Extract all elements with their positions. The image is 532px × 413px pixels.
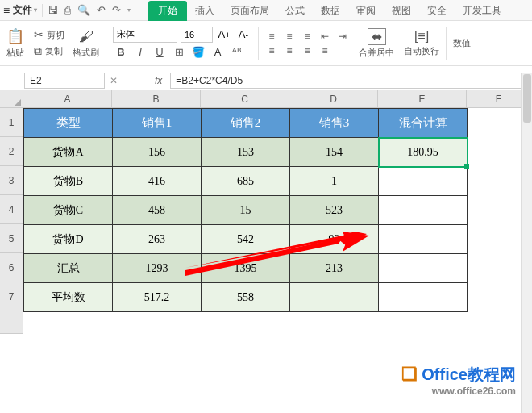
table-header-cell[interactable]: 销售2 [202,109,290,138]
table-cell[interactable]: 542 [202,225,290,254]
tab-home[interactable]: 开始 [148,1,187,21]
number-format-button[interactable]: 数值 [453,37,471,49]
tab-view[interactable]: 视图 [384,1,419,21]
tab-layout[interactable]: 页面布局 [222,1,277,21]
underline-button[interactable]: U [152,44,168,60]
table-cell[interactable] [379,167,468,196]
row-header[interactable]: 1 [0,108,23,137]
column-header[interactable]: B [112,90,201,108]
table-cell[interactable]: 1 [290,167,379,196]
table-header-cell[interactable]: 混合计算 [379,109,468,138]
decrease-font-icon[interactable]: A- [235,27,251,43]
italic-button[interactable]: I [132,44,148,60]
copy-button[interactable]: ⧉复制 [32,44,66,59]
table-cell[interactable]: 154 [290,138,379,167]
save-icon[interactable]: 🖫 [48,4,58,16]
undo-icon[interactable]: ↶ [97,4,106,16]
cut-button[interactable]: ✂剪切 [32,27,66,42]
table-cell[interactable]: 213 [290,254,379,283]
row-header[interactable]: 3 [0,166,23,195]
dropdown-icon[interactable]: ▾ [127,6,131,14]
tab-security[interactable]: 安全 [419,1,455,21]
row-header[interactable] [0,311,23,334]
vertical-scrollbar[interactable] [521,73,532,413]
table-cell[interactable]: 416 [113,167,202,196]
row-header[interactable]: 6 [0,253,23,282]
row-header[interactable]: 5 [0,224,23,253]
table-cell[interactable]: 458 [113,196,202,225]
increase-font-icon[interactable]: A+ [216,27,232,43]
table-cell[interactable]: 558 [202,283,290,312]
phonetic-button[interactable]: ᴬᴮ [229,44,245,60]
indent-increase-icon[interactable]: ⇥ [336,31,349,42]
align-top-icon[interactable]: ≡ [265,31,278,42]
font-color-button[interactable]: A [210,44,226,60]
table-cell[interactable]: 货物D [24,225,113,254]
preview-icon[interactable]: 🔍 [77,4,90,16]
bold-button[interactable]: B [113,44,129,60]
scroll-thumb[interactable] [523,74,531,123]
tab-review[interactable]: 审阅 [348,1,384,21]
table-cell[interactable]: 1395 [202,254,290,283]
table-cell[interactable] [379,225,468,254]
tab-data[interactable]: 数据 [313,1,348,21]
table-header-cell[interactable]: 类型 [24,109,113,138]
table-cell[interactable]: 156 [113,138,202,167]
row-header[interactable]: 7 [0,282,23,311]
tab-insert[interactable]: 插入 [187,1,222,21]
align-middle-icon[interactable]: ≡ [283,31,296,42]
table-header-cell[interactable]: 销售1 [113,109,202,138]
table-cell[interactable]: 15 [202,196,290,225]
redo-icon[interactable]: ↷ [112,4,121,16]
paste-button[interactable]: 📋 粘贴 [5,26,26,60]
cancel-icon[interactable]: ✕ [110,75,118,86]
merge-cells-button[interactable]: ⬌ 合并居中 [355,28,397,59]
menu-bar: ≡ 文件 ▾ 🖫 ⎙ 🔍 ↶ ↷ ▾ 开始 插入 页面布局 公式 数据 审阅 视… [0,0,532,21]
align-center-icon[interactable]: ≡ [283,45,296,56]
table-cell[interactable] [379,196,468,225]
font-size-select[interactable] [181,27,213,43]
name-box[interactable]: E2 [24,73,105,89]
align-right-icon[interactable]: ≡ [301,45,314,56]
table-cell[interactable] [379,254,468,283]
align-left-icon[interactable]: ≡ [265,45,278,56]
table-cell[interactable]: 货物C [24,196,113,225]
fill-color-button[interactable]: 🪣 [190,44,206,60]
formula-input[interactable]: =B2+C2*C4/D5 [170,73,532,89]
column-header[interactable]: A [23,90,112,108]
tab-formula[interactable]: 公式 [277,1,313,21]
table-cell[interactable]: 货物B [24,167,113,196]
column-header[interactable]: C [201,90,289,108]
format-painter-button[interactable]: 🖌 格式刷 [73,28,99,59]
table-cell[interactable]: 685 [202,167,290,196]
align-bottom-icon[interactable]: ≡ [301,31,314,42]
row-header[interactable]: 2 [0,137,23,166]
print-icon[interactable]: ⎙ [64,4,71,16]
table-cell[interactable]: 153 [202,138,290,167]
table-cell[interactable]: 263 [113,225,202,254]
row-header[interactable]: 4 [0,195,23,224]
table-cell[interactable] [290,283,379,312]
file-menu[interactable]: ≡ 文件 ▾ [3,3,37,17]
table-cell[interactable]: 1293 [113,254,202,283]
table-cell[interactable] [379,283,468,312]
column-header[interactable]: E [378,90,467,108]
table-cell[interactable]: 货物A [24,138,113,167]
column-header[interactable]: D [289,90,378,108]
fx-button[interactable]: fx [150,75,167,86]
select-all-button[interactable] [0,90,23,108]
table-cell[interactable]: 180.95 [379,138,468,167]
tab-developer[interactable]: 开发工具 [455,1,509,21]
font-family-select[interactable] [113,27,177,43]
divider [106,27,106,60]
table-cell[interactable]: 92 [290,225,379,254]
table-cell[interactable]: 汇总 [24,254,113,283]
border-button[interactable]: ⊞ [171,44,187,60]
table-cell[interactable]: 523 [290,196,379,225]
table-cell[interactable]: 平均数 [24,283,113,312]
justify-icon[interactable]: ≡ [318,45,331,56]
indent-decrease-icon[interactable]: ⇤ [318,31,331,42]
wrap-text-button[interactable]: [≡] 自动换行 [404,29,439,57]
table-cell[interactable]: 517.2 [113,283,202,312]
table-header-cell[interactable]: 销售3 [290,109,379,138]
